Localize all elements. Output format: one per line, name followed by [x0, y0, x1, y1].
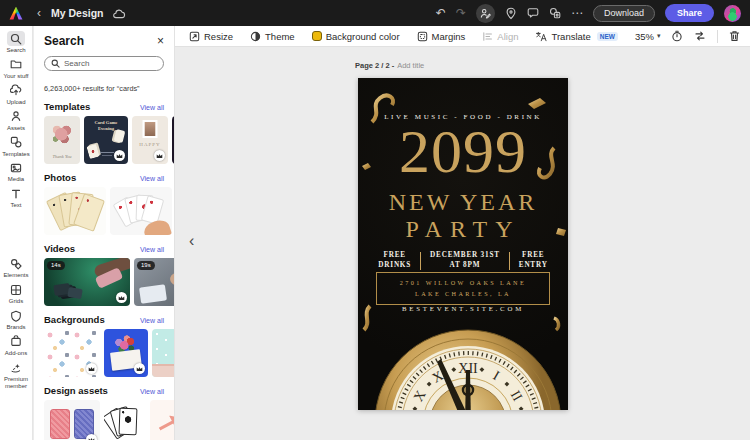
poster-page[interactable]: LIVE MUSIC - FOOD - DRINK 2099 NEW YEAR … [358, 78, 568, 410]
sidebar-item-elements[interactable]: Elements [0, 256, 33, 279]
timer-icon[interactable] [671, 30, 683, 42]
card-art [67, 287, 83, 299]
photos-row [44, 187, 174, 235]
page-label[interactable]: Page 2 / 2 -Add title [355, 61, 424, 70]
resize-button[interactable]: Resize [189, 31, 233, 42]
reorder-pages-icon[interactable] [694, 30, 706, 42]
left-navigation-rail: Search Your stuff Upload Assets Template… [0, 26, 33, 440]
asset-thumbnail-card-backs[interactable] [44, 400, 100, 440]
align-button[interactable]: Align [482, 31, 518, 42]
background-thumbnail-rainbow-pattern[interactable] [44, 329, 100, 377]
confetti-art [172, 116, 174, 164]
section-title-design-assets: Design assets [44, 385, 108, 396]
more-options-icon[interactable]: ⋯ [571, 7, 583, 19]
close-icon[interactable]: × [157, 35, 164, 47]
back-chevron-icon[interactable]: ‹ [37, 7, 41, 19]
premium-sparkle-icon [7, 360, 25, 375]
sidebar-item-brands[interactable]: Brands [0, 308, 33, 331]
fake-text-line [102, 155, 112, 156]
theme-icon [250, 31, 261, 42]
video-thumbnail-card-shuffle[interactable]: 14s [44, 258, 130, 306]
page-title-placeholder[interactable]: Add title [397, 61, 424, 70]
cloud-sync-icon[interactable] [112, 8, 126, 19]
premium-crown-badge [86, 434, 97, 440]
background-thumbnail-winter-cut[interactable] [152, 329, 174, 377]
add-ons-icon [7, 334, 25, 349]
toolbar-right-controls: 35% ▾ Add [635, 30, 750, 43]
video-duration-badge: 19s [137, 261, 155, 270]
zoom-level-control[interactable]: 35% ▾ [635, 31, 661, 42]
results-count: 6,263,000+ results for “cards” [44, 84, 174, 93]
top-app-bar: ‹ My Design ↶ ↷ ⋯ Download Share [0, 0, 750, 26]
detail-date-time: DECEMBER 31STAT 8PM [430, 251, 500, 270]
integrations-icon[interactable] [549, 7, 561, 19]
poster-title-line2: PARTY [358, 216, 568, 243]
adobe-express-logo-icon[interactable] [9, 7, 23, 20]
poster-title-line1: NEW YEAR [358, 189, 568, 216]
template-thumbnail-cut[interactable] [172, 116, 174, 164]
delete-page-icon[interactable] [729, 30, 740, 42]
search-icon [51, 59, 60, 68]
margins-button[interactable]: Margins [417, 31, 466, 42]
collapse-panel-chevron[interactable]: ‹ [189, 233, 194, 249]
background-thumbnail-envelope-flowers[interactable] [104, 329, 148, 377]
sidebar-item-upload[interactable]: Upload [0, 83, 33, 106]
sidebar-item-text[interactable]: Text [0, 186, 33, 209]
redo-icon[interactable]: ↷ [456, 7, 466, 19]
search-input-wrap[interactable] [44, 56, 164, 71]
view-all-backgrounds-link[interactable]: View all [140, 317, 164, 324]
download-button[interactable]: Download [593, 5, 655, 22]
view-all-videos-link[interactable]: View all [140, 246, 164, 253]
view-all-templates-link[interactable]: View all [140, 104, 164, 111]
background-color-button[interactable]: Background color [312, 31, 400, 42]
sidebar-item-search[interactable]: Search [0, 31, 33, 54]
poster-website: BESTEVENT.SITE.COM [358, 305, 568, 312]
thumbnail-title: HAPPY [132, 142, 168, 147]
elements-icon [7, 256, 25, 271]
sidebar-item-your-stuff[interactable]: Your stuff [0, 57, 33, 80]
theme-button[interactable]: Theme [250, 31, 295, 42]
share-button[interactable]: Share [665, 4, 714, 22]
translate-button[interactable]: Translate NEW [535, 31, 617, 42]
sidebar-item-assets[interactable]: Assets [0, 109, 33, 132]
portrait-photo-art [143, 120, 158, 138]
canvas-area[interactable]: ‹ Page 2 / 2 -Add title LIVE MUSIC - FOO… [175, 47, 750, 440]
media-icon [7, 160, 25, 175]
search-input[interactable] [64, 59, 157, 68]
template-thumbnail-happy[interactable]: HAPPY [132, 116, 168, 164]
detail-free-drinks: FREEDRINKS [378, 251, 411, 270]
numeral-11: XI [430, 365, 451, 386]
user-avatar[interactable] [724, 5, 741, 22]
sidebar-item-premium-member[interactable]: Premium member [0, 360, 33, 390]
poster-year: 2099 [358, 120, 568, 182]
template-thumbnail-card-game[interactable]: Card Game Evening [84, 116, 128, 164]
design-assets-row [44, 400, 174, 440]
video-thumbnail-cut[interactable]: 19s [134, 258, 174, 306]
undo-icon[interactable]: ↶ [436, 7, 446, 19]
premium-crown-badge [134, 363, 145, 374]
collaborate-button[interactable] [476, 4, 495, 23]
asset-thumbnail-spade-fan[interactable] [104, 400, 146, 440]
photo-thumbnail-hand-cards[interactable] [110, 187, 172, 235]
sidebar-item-add-ons[interactable]: Add-ons [0, 334, 33, 357]
background-color-swatch [312, 31, 322, 41]
translate-icon [535, 31, 547, 42]
view-all-photos-link[interactable]: View all [140, 175, 164, 182]
video-duration-badge: 14s [47, 261, 65, 270]
poster-address-box: 2701 WILLOW OAKS LANE LAKE CHARLES, LA [376, 272, 550, 305]
upload-cloud-icon [7, 83, 25, 98]
asset-thumbnail-cut[interactable] [150, 400, 174, 440]
location-pin-icon[interactable] [505, 7, 517, 20]
document-title[interactable]: My Design [51, 7, 104, 19]
template-thumbnail-thank-you[interactable]: Thank You [44, 116, 80, 164]
view-all-design-assets-link[interactable]: View all [140, 388, 164, 395]
photo-thumbnail-cards-fan[interactable] [44, 187, 106, 235]
sidebar-item-grids[interactable]: Grids [0, 282, 33, 305]
sidebar-item-media[interactable]: Media [0, 160, 33, 183]
comment-icon[interactable] [527, 7, 539, 19]
card-art [114, 129, 126, 143]
folder-icon [7, 57, 25, 72]
search-icon [7, 31, 25, 46]
margins-icon [417, 31, 428, 42]
sidebar-item-templates[interactable]: Templates [0, 135, 33, 158]
